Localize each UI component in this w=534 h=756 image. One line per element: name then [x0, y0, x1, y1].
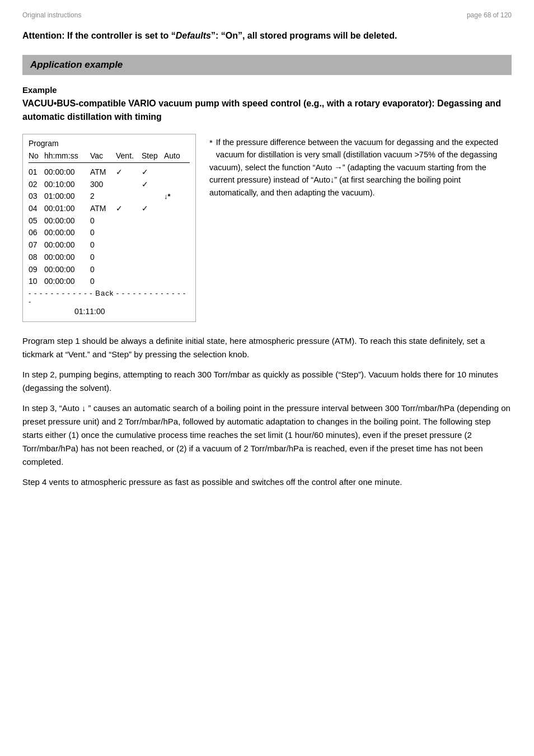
table-row: 10 00:00:00 0 — [29, 276, 190, 288]
col-header-hh: hh:mm:ss — [44, 151, 90, 160]
col-header-vent: Vent. — [116, 151, 142, 160]
example-title: VACUU•BUS-compatible VARIO vacuum pump w… — [22, 97, 512, 124]
table-row: 01 00:00:00 ATM ✓ ✓ — [29, 166, 190, 179]
section-header: Application example — [22, 55, 512, 75]
table-row: 08 00:00:00 0 — [29, 251, 190, 264]
col-header-step: Step — [142, 151, 164, 160]
attention-text: Attention: If the controller is set to “… — [22, 31, 397, 40]
content-area: Program No hh:mm:ss Vac Vent. Step Auto … — [22, 134, 512, 322]
table-row: 06 00:00:00 0 — [29, 227, 190, 239]
table-row: 09 00:00:00 0 — [29, 264, 190, 276]
program-label: Program — [29, 139, 190, 148]
right-note-text: If the pressure difference between the v… — [209, 138, 498, 197]
table-row: 03 01:00:00 2 ↓* — [29, 190, 190, 203]
attention-block: Attention: If the controller is set to “… — [22, 29, 512, 43]
original-instructions-label: Original instructions — [22, 11, 81, 19]
body-paragraph-3: In step 3, “Auto ↓ ” causes an automatic… — [22, 402, 512, 469]
asterisk-symbol: * — [209, 136, 213, 149]
body-paragraph-1: Program step 1 should be always a defini… — [22, 334, 512, 361]
defaults-italic: Defaults — [176, 31, 211, 40]
back-label: - - - - - - - - - - - - Back - - - - - -… — [29, 289, 190, 306]
page-info-label: page 68 of 120 — [467, 11, 512, 19]
col-header-vac: Vac — [90, 151, 116, 160]
total-time: 01:11:00 — [29, 307, 190, 316]
program-table: Program No hh:mm:ss Vac Vent. Step Auto … — [22, 134, 196, 322]
table-row: 02 00:10:00 300 ✓ — [29, 179, 190, 191]
table-header-row: No hh:mm:ss Vac Vent. Step Auto — [29, 151, 190, 163]
page-header: Original instructions page 68 of 120 — [22, 11, 512, 19]
section-title: Application example — [30, 59, 123, 70]
col-header-auto: Auto — [164, 151, 184, 160]
body-paragraph-2: In step 2, pumping begins, attempting to… — [22, 368, 512, 395]
back-row: - - - - - - - - - - - - Back - - - - - -… — [29, 289, 190, 306]
col-header-no: No — [29, 151, 44, 160]
body-paragraph-4: Step 4 vents to atmospheric pressure as … — [22, 475, 512, 489]
table-row: 04 00:01:00 ATM ✓ ✓ — [29, 203, 190, 215]
table-row: 07 00:00:00 0 — [29, 239, 190, 251]
right-note: * If the pressure difference between the… — [209, 134, 512, 199]
table-row: 05 00:00:00 0 — [29, 215, 190, 227]
example-label: Example — [22, 85, 512, 95]
